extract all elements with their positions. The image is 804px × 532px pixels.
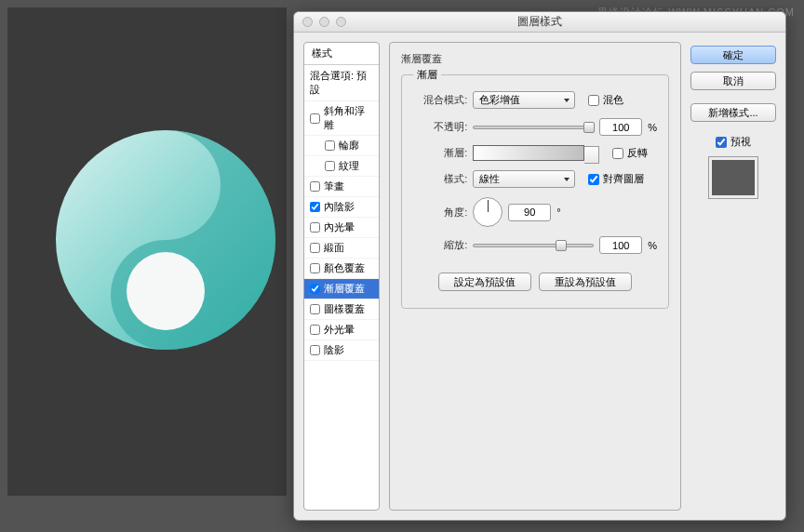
preview-swatch [708, 156, 758, 199]
section-title: 漸層覆蓋 [401, 52, 669, 66]
blend-mode-select[interactable]: 色彩增值 [473, 91, 575, 109]
fieldset-legend: 漸層 [413, 68, 441, 82]
design-background [7, 7, 287, 496]
dialog-action-column: 確定 取消 新增樣式... 預視 [690, 33, 785, 520]
angle-label: 角度: [413, 206, 467, 219]
new-style-button[interactable]: 新增樣式... [690, 103, 776, 122]
style-item-8[interactable]: 漸層覆蓋 [304, 279, 379, 299]
scale-slider[interactable] [473, 244, 594, 247]
preview-checkbox[interactable]: 預視 [716, 135, 751, 149]
style-item-7[interactable]: 顏色覆蓋 [304, 259, 379, 279]
style-item-0[interactable]: 斜角和浮雕 [304, 101, 379, 136]
gradient-label: 漸層: [413, 146, 467, 160]
angle-dial[interactable] [473, 197, 502, 227]
align-layer-checkbox[interactable]: 對齊圖層 [588, 172, 644, 186]
style-item-10[interactable]: 外光暈 [304, 320, 379, 340]
style-item-label: 漸層覆蓋 [324, 282, 365, 296]
style-item-2[interactable]: 紋理 [304, 156, 379, 177]
style-item-label: 內陰影 [324, 200, 355, 214]
style-item-label: 圖樣覆蓋 [324, 302, 365, 316]
ok-button[interactable]: 確定 [690, 46, 776, 64]
style-item-label: 顏色覆蓋 [324, 261, 365, 275]
dither-checkbox[interactable]: 混色 [588, 93, 623, 107]
style-item-label: 輪廓 [339, 139, 359, 153]
reverse-checkbox[interactable]: 反轉 [612, 146, 648, 160]
style-select[interactable]: 線性 [473, 170, 575, 188]
style-item-label: 內光暈 [324, 220, 355, 234]
scale-input[interactable] [599, 236, 642, 254]
canvas-area [0, 0, 298, 521]
style-item-5[interactable]: 內光暈 [304, 218, 379, 238]
svg-point-1 [127, 252, 205, 330]
dialog-title: 圖層樣式 [294, 14, 785, 30]
gradient-swatch[interactable] [473, 145, 584, 161]
cancel-button[interactable]: 取消 [690, 72, 776, 90]
style-item-9[interactable]: 圖樣覆蓋 [304, 299, 379, 320]
angle-input[interactable] [508, 204, 551, 221]
gradient-fieldset: 漸層 混合模式: 色彩增值 混色 不透明: % 漸層: 反轉 [401, 68, 669, 309]
styles-list-panel: 樣式 混合選項: 預設 斜角和浮雕輪廓紋理筆畫內陰影內光暈緞面顏色覆蓋漸層覆蓋圖… [303, 42, 380, 511]
reset-default-button[interactable]: 重設為預設值 [539, 273, 632, 291]
style-item-6[interactable]: 緞面 [304, 238, 379, 259]
style-item-label: 緞面 [324, 241, 344, 255]
style-item-11[interactable]: 陰影 [304, 340, 379, 361]
style-label: 樣式: [413, 172, 467, 186]
make-default-button[interactable]: 設定為預設值 [438, 273, 531, 291]
style-item-label: 外光暈 [324, 323, 355, 337]
gradient-overlay-settings: 漸層覆蓋 漸層 混合模式: 色彩增值 混色 不透明: % 漸層: 反 [389, 42, 681, 511]
scale-label: 縮放: [413, 238, 467, 252]
dialog-titlebar[interactable]: 圖層樣式 [294, 12, 785, 33]
blend-mode-label: 混合模式: [413, 93, 467, 107]
blending-options-row[interactable]: 混合選項: 預設 [304, 65, 379, 101]
style-item-label: 紋理 [339, 159, 359, 173]
style-item-3[interactable]: 筆畫 [304, 177, 379, 197]
style-item-label: 陰影 [324, 343, 344, 357]
style-item-label: 筆畫 [324, 180, 344, 193]
opacity-slider[interactable] [473, 126, 594, 129]
yin-yang-artwork [54, 128, 277, 352]
opacity-label: 不透明: [413, 120, 467, 134]
opacity-input[interactable] [599, 118, 642, 136]
layer-style-dialog: 圖層樣式 樣式 混合選項: 預設 斜角和浮雕輪廓紋理筆畫內陰影內光暈緞面顏色覆蓋… [293, 11, 786, 521]
styles-header[interactable]: 樣式 [304, 43, 379, 65]
style-item-4[interactable]: 內陰影 [304, 197, 379, 218]
style-item-1[interactable]: 輪廓 [304, 136, 379, 156]
style-item-label: 斜角和浮雕 [324, 104, 373, 132]
